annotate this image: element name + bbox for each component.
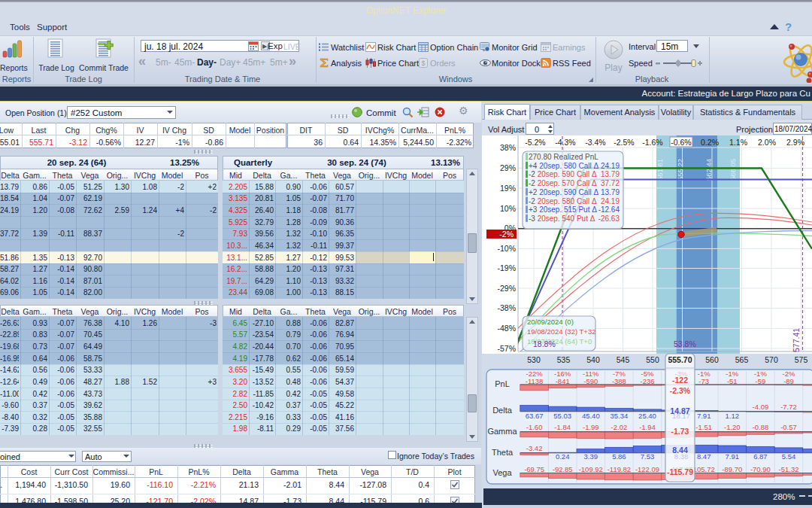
- svg-text:-38%: -38%: [497, 303, 516, 312]
- svg-text:-89: -89: [783, 377, 794, 385]
- svg-text:-2.5%: -2.5%: [614, 138, 634, 147]
- svg-text:+4 20sep. 580 Call Δ: +4 20sep. 580 Call Δ: [529, 162, 598, 170]
- svg-text:7.91: 7.91: [697, 412, 711, 420]
- svg-text:19/08/2024 (32) T+32: 19/08/2024 (32) T+32: [527, 327, 595, 336]
- svg-text:7.91: 7.91: [726, 452, 740, 461]
- svg-text:-1.99: -1.99: [583, 423, 599, 431]
- svg-text:13.79: 13.79: [601, 188, 620, 196]
- svg-text:Theta: Theta: [492, 448, 514, 457]
- svg-text:565: 565: [735, 355, 749, 364]
- svg-text:-1.60: -1.60: [526, 423, 543, 431]
- svg-text:-590: -590: [583, 377, 598, 385]
- svg-text:550: 550: [646, 355, 659, 364]
- svg-text:-1.84: -1.84: [554, 423, 571, 431]
- svg-text:19%: 19%: [500, 184, 516, 193]
- svg-text:577.41: 577.41: [792, 328, 801, 352]
- svg-text:24.19: 24.19: [601, 197, 620, 205]
- svg-text:-1138: -1138: [526, 377, 544, 385]
- svg-text:545: 545: [617, 355, 630, 364]
- svg-text:-92.85: -92.85: [553, 465, 573, 473]
- svg-text:-4.3%: -4.3%: [555, 138, 575, 147]
- svg-text:-5.2%: -5.2%: [525, 138, 545, 147]
- svg-text:20/09/2024 (0): 20/09/2024 (0): [527, 318, 574, 326]
- svg-text:Delta: Delta: [492, 406, 513, 415]
- svg-text:55.03: 55.03: [553, 412, 571, 420]
- svg-text:-0.88: -0.88: [753, 423, 769, 431]
- svg-text:2.0%: 2.0%: [758, 138, 776, 147]
- svg-text:-0.6%: -0.6%: [671, 138, 691, 147]
- svg-text:3.39: 3.39: [584, 452, 598, 461]
- svg-text:-1.51: -1.51: [695, 423, 712, 431]
- svg-text:-2%: -2%: [499, 230, 514, 239]
- svg-text:-51: -51: [727, 377, 738, 385]
- svg-text:24.19: 24.19: [601, 162, 620, 170]
- svg-text:14.87: 14.87: [670, 406, 689, 415]
- svg-text:Vega: Vega: [492, 468, 512, 477]
- svg-text:270.80 Realized PnL: 270.80 Realized PnL: [529, 153, 598, 161]
- svg-text:575: 575: [795, 355, 808, 364]
- svg-text:63.67: 63.67: [526, 412, 544, 420]
- svg-text:-59: -59: [756, 377, 766, 385]
- svg-text:-69.75: -69.75: [524, 465, 544, 473]
- svg-text:560: 560: [705, 355, 719, 364]
- svg-text:$: $: [421, 59, 425, 67]
- svg-text:29%: 29%: [500, 163, 516, 172]
- svg-text:-1.20: -1.20: [724, 423, 741, 431]
- svg-text:13.79: 13.79: [601, 170, 620, 178]
- svg-text:-1.94: -1.94: [639, 423, 656, 431]
- svg-text:530: 530: [527, 355, 541, 364]
- svg-text:-57%: -57%: [497, 344, 516, 353]
- svg-text:535: 535: [557, 355, 571, 364]
- svg-text:5.86: 5.86: [612, 452, 626, 461]
- svg-text:45.40: 45.40: [582, 412, 600, 420]
- svg-text:-19%: -19%: [497, 263, 516, 272]
- svg-text:562.44: 562.44: [704, 159, 713, 181]
- svg-text:6.87: 6.87: [753, 452, 768, 461]
- svg-text:-122.09: -122.09: [635, 465, 659, 473]
- svg-text:-2 20sep. 570 Call Δ: -2 20sep. 570 Call Δ: [529, 179, 597, 187]
- svg-text:-2.02: -2.02: [611, 423, 628, 431]
- svg-text:25.40: 25.40: [638, 412, 656, 420]
- svg-text:8.44: 8.44: [672, 446, 688, 455]
- svg-text:-2.3%: -2.3%: [670, 386, 691, 395]
- svg-text:18.8%: 18.8%: [533, 339, 556, 348]
- svg-text:38%: 38%: [500, 143, 516, 152]
- svg-text:Gamma: Gamma: [487, 427, 517, 436]
- svg-text:-7.72: -7.72: [780, 403, 797, 411]
- svg-text:-26.63: -26.63: [598, 214, 620, 223]
- svg-text:-119.82: -119.82: [607, 465, 632, 473]
- svg-text:PnL: PnL: [495, 379, 510, 388]
- svg-text:-51.32: -51.32: [779, 465, 799, 473]
- svg-text:-0.57: -0.57: [780, 423, 797, 431]
- svg-text:551.61: 551.61: [656, 159, 664, 181]
- svg-text:-2 20sep. 580 Call Δ: -2 20sep. 580 Call Δ: [529, 197, 597, 205]
- svg-text:-48%: -48%: [497, 324, 516, 333]
- svg-text:1.12: 1.12: [726, 412, 740, 420]
- svg-text:-70.90: -70.90: [750, 465, 771, 473]
- svg-text:-109.92: -109.92: [579, 465, 603, 473]
- svg-text:-1.73: -1.73: [671, 427, 689, 436]
- svg-text:-89.70: -89.70: [722, 465, 742, 473]
- svg-text:555.22: 555.22: [676, 159, 684, 181]
- svg-text:+2 20sep. 590 Call Δ: +2 20sep. 590 Call Δ: [529, 188, 598, 196]
- svg-text:53.8%: 53.8%: [674, 339, 696, 348]
- svg-text:-388: -388: [612, 377, 626, 385]
- svg-text:-122: -122: [672, 376, 688, 385]
- svg-text:-3 20sep. 540 Put Δ: -3 20sep. 540 Put Δ: [529, 214, 595, 223]
- svg-text:105.72: 105.72: [693, 465, 715, 473]
- svg-text:540: 540: [586, 355, 600, 364]
- svg-text:10%: 10%: [500, 204, 516, 213]
- svg-text:-1.6%: -1.6%: [642, 138, 662, 147]
- svg-text:0.2%: 0.2%: [701, 138, 719, 147]
- svg-text:-3.42: -3.42: [526, 444, 543, 452]
- svg-text:-10%: -10%: [497, 244, 516, 253]
- svg-text:1.1%: 1.1%: [729, 138, 747, 147]
- svg-text:8.47: 8.47: [697, 452, 711, 461]
- svg-text:-12.64: -12.64: [598, 205, 620, 214]
- svg-text:566.05: 566.05: [729, 159, 737, 181]
- svg-text:5.54: 5.54: [782, 452, 796, 461]
- svg-text:0.24: 0.24: [556, 452, 570, 461]
- svg-text:570: 570: [765, 355, 778, 364]
- svg-text:35.34: 35.34: [611, 412, 629, 420]
- svg-text:-29%: -29%: [497, 284, 516, 293]
